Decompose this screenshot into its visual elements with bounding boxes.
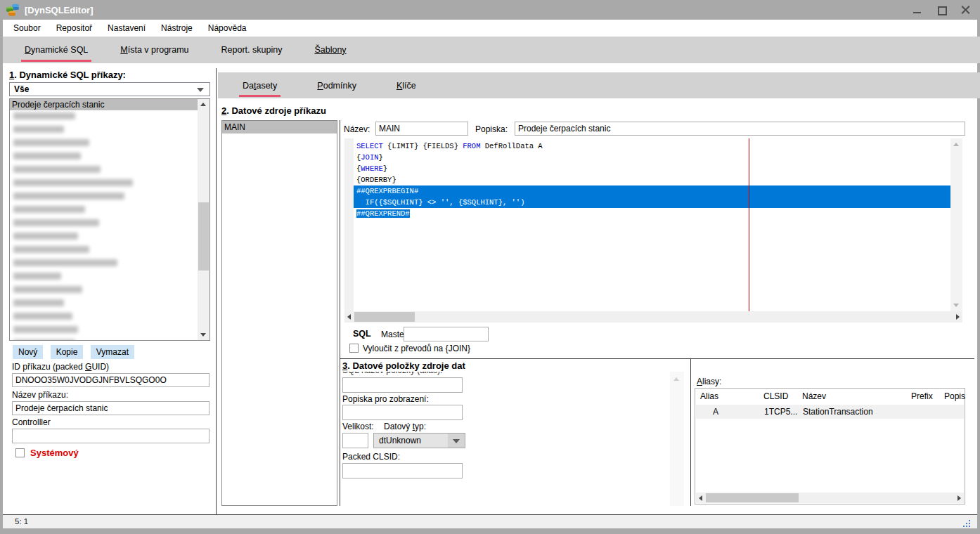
delete-button[interactable]: Vymazat [91,345,134,359]
tab-dynamicke-sql[interactable]: Dynamické SQL [21,37,91,63]
list-item-redacted[interactable] [10,112,209,124]
alias-column-clsid[interactable]: CLSID [763,391,788,401]
master-input[interactable] [404,327,489,341]
aliases-label: Aliasy: [697,377,721,386]
commands-list-scrollbar[interactable] [198,99,209,340]
copy-button[interactable]: Kopie [51,345,84,359]
resize-grip[interactable] [969,520,970,521]
code-line-1[interactable]: SELECT {LIMIT} {FIELDS} FROM DefRollData… [354,141,950,152]
cursor-position: 5: 1 [15,517,28,526]
menu-repositor[interactable]: Repositoř [49,20,100,37]
editor-gutter [344,138,354,311]
scroll-up-icon [673,377,679,381]
size-label: Velikost: [342,422,374,431]
dataset-list[interactable]: MAIN [221,120,337,506]
scroll-up-icon [953,143,959,146]
redacted-list-items [10,112,209,341]
alias-column-popis[interactable]: Popis [944,391,965,401]
size-input[interactable] [342,433,368,448]
scroll-right-icon [958,495,961,501]
right-margin-guide [749,138,749,311]
close-button[interactable] [961,6,970,15]
scrollbar-thumb[interactable] [354,312,415,322]
list-item-redacted[interactable] [10,339,209,341]
list-item-redacted[interactable] [10,299,209,311]
list-item-redacted[interactable] [10,313,209,324]
list-item-redacted[interactable] [10,233,209,244]
menu-soubor[interactable]: Soubor [6,20,49,37]
list-item-redacted[interactable] [10,286,209,297]
fields-scrollbar-disabled [670,372,684,506]
list-item-redacted[interactable] [10,206,209,217]
list-item-redacted[interactable] [10,152,209,164]
list-item-redacted[interactable] [10,246,209,257]
alias-column-nazev[interactable]: Název [802,391,826,401]
scroll-down-icon [200,333,206,337]
sql-filter-combobox[interactable]: Vše [9,82,210,96]
controller-input[interactable] [12,429,209,443]
packed-clsid-input[interactable] [342,463,463,478]
list-item-redacted[interactable] [10,193,209,204]
tab-sablony[interactable]: Šablony [311,37,349,63]
alias-row[interactable]: A1TCP5...StationTransaction [696,405,964,419]
scrollbar-thumb[interactable] [198,202,209,271]
id-label: ID příkazu (packed GUID) [12,362,109,372]
menu-nastaveni[interactable]: Nastavení [100,20,153,37]
list-item-selected[interactable]: Prodeje čerpacích stanic [10,99,200,110]
aliases-table[interactable]: AliasCLSIDNázevPrefixPopis A1TCP5...Stat… [695,388,965,504]
code-line-3[interactable]: {WHERE} [354,163,950,174]
name-input[interactable] [12,401,209,415]
minimize-icon [913,12,921,13]
menu-nastroje[interactable]: Nástroje [153,20,200,37]
alias-column-prefix[interactable]: Prefix [911,391,933,401]
code-line-7[interactable]: ##QREXPREND# [354,208,950,219]
section-2-header: 2. Datové zdroje příkazu [221,105,326,116]
alias-column-alias[interactable]: Alias [700,391,718,401]
minimize-button[interactable] [913,6,922,15]
maximize-icon [938,6,947,15]
code-line-5[interactable]: ##QREXPRBEGIN# [354,185,950,197]
dataset-caption-input[interactable] [515,122,965,136]
editor-vertical-scrollbar[interactable] [950,138,962,311]
menu-napoveda[interactable]: Nápověda [200,20,254,37]
tab-report-skupiny[interactable]: Report. skupiny [218,37,286,63]
editor-horizontal-scrollbar[interactable] [344,311,962,323]
system-checkbox[interactable] [15,448,25,457]
list-item-redacted[interactable] [10,259,209,271]
list-item-redacted[interactable] [10,126,209,137]
display-caption-input[interactable] [342,405,463,420]
tab-datasety[interactable]: Datasety [239,72,281,98]
id-input[interactable] [12,373,209,387]
aliases-table-header: AliasCLSIDNázevPrefixPopis [695,389,965,404]
window-title: [DynSQLEditor] [25,5,94,15]
data-type-combobox[interactable]: dtUnknown [373,433,465,448]
list-item-redacted[interactable] [10,166,209,177]
list-item-redacted[interactable] [10,326,209,337]
sql-commands-list[interactable]: Prodeje čerpacích stanic [9,98,210,341]
tab-klice[interactable]: Klíče [393,72,420,98]
tab-mista-v-programu[interactable]: Místa v programu [117,37,192,63]
aliases-horizontal-scrollbar[interactable] [696,493,964,503]
new-button[interactable]: Nový [13,345,43,359]
dataset-item-main[interactable]: MAIN [222,121,337,134]
data-type-value: dtUnknown [379,436,421,445]
scrollbar-thumb[interactable] [706,493,799,502]
tab-podminky[interactable]: Podmínky [314,72,360,98]
list-item-redacted[interactable] [10,273,209,284]
alias-cell-alias: A [713,407,718,417]
dataset-name-input[interactable] [375,122,468,136]
alias-name-input[interactable] [342,377,463,393]
list-item-redacted[interactable] [10,139,209,150]
chevron-down-icon [197,88,204,92]
code-line-6[interactable]: IF({$SQLHINT} <> '', {$SQLHINT}, '') [354,197,950,208]
filter-combo-value: Vše [14,84,29,94]
code-line-2[interactable]: {JOIN} [354,152,950,163]
display-caption-label: Popiska pro zobrazení: [342,394,429,404]
sql-editor[interactable]: SELECT {LIMIT} {FIELDS} FROM DefRollData… [354,138,950,311]
list-item-redacted[interactable] [10,179,209,190]
maximize-button[interactable] [937,6,946,15]
list-item-redacted[interactable] [10,219,209,230]
code-line-4[interactable]: {ORDERBY} [354,174,950,185]
active-tab-underline [239,95,281,97]
exclude-join-checkbox[interactable] [349,344,359,353]
